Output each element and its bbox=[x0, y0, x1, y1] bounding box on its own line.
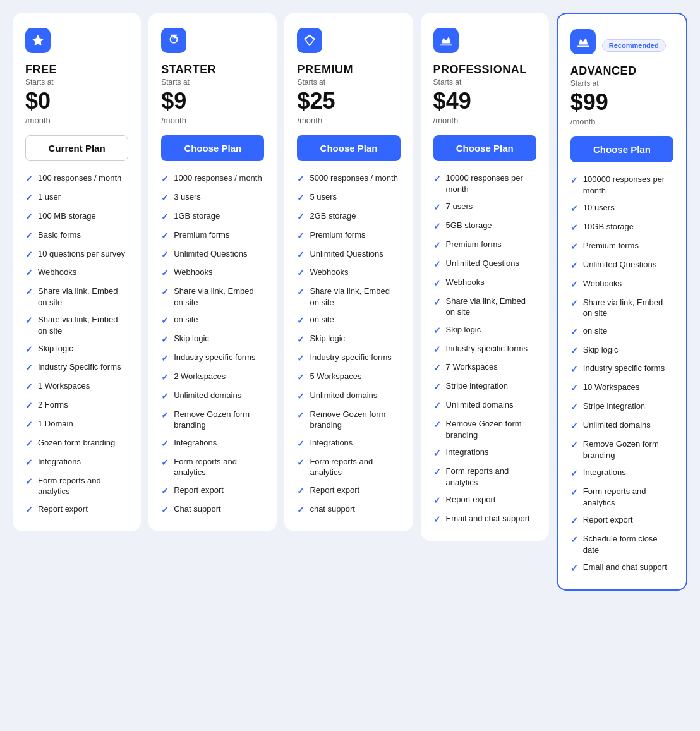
feature-item: ✓Integrations bbox=[570, 467, 673, 480]
feature-text: Industry specific forms bbox=[174, 352, 255, 363]
feature-text: Industry specific forms bbox=[446, 343, 528, 354]
feature-item: ✓Share via link, Embed on site bbox=[433, 296, 536, 318]
feature-text: Premium forms bbox=[446, 239, 502, 250]
feature-item: ✓Webhooks bbox=[433, 277, 536, 289]
feature-text: 1 user bbox=[38, 191, 61, 203]
feature-item: ✓Form reports and analytics bbox=[161, 456, 264, 478]
check-icon: ✓ bbox=[161, 353, 169, 365]
feature-text: Integrations bbox=[38, 456, 81, 468]
check-icon: ✓ bbox=[297, 267, 305, 279]
feature-text: Unlimited Questions bbox=[174, 248, 247, 260]
check-icon: ✓ bbox=[297, 409, 305, 421]
feature-item: ✓Basic forms bbox=[25, 229, 128, 242]
plan-name-advanced: ADVANCED bbox=[570, 64, 673, 78]
feature-item: ✓1 user bbox=[25, 191, 128, 204]
feature-item: ✓10 questions per survey bbox=[25, 248, 128, 261]
feature-item: ✓Share via link, Embed on site bbox=[25, 314, 128, 336]
feature-text: Form reports and analytics bbox=[583, 486, 673, 508]
check-icon: ✓ bbox=[570, 241, 578, 253]
plan-icon-professional bbox=[433, 28, 459, 53]
feature-item: ✓Email and chat support bbox=[570, 562, 673, 574]
feature-item: ✓Email and chat support bbox=[433, 513, 536, 526]
check-icon: ✓ bbox=[570, 298, 578, 310]
feature-item: ✓10GB storage bbox=[570, 221, 673, 234]
feature-item: ✓Chat support bbox=[161, 504, 264, 516]
feature-text: Share via link, Embed on site bbox=[310, 286, 400, 308]
plan-cta-premium[interactable]: Choose Plan bbox=[297, 135, 400, 161]
feature-text: 1000 responses / month bbox=[174, 172, 262, 184]
feature-text: Form reports and analytics bbox=[310, 456, 400, 478]
plan-period-starter: /month bbox=[161, 116, 264, 125]
recommended-badge: Recommended bbox=[602, 39, 666, 52]
feature-item: ✓Share via link, Embed on site bbox=[161, 286, 264, 308]
feature-item: ✓Form reports and analytics bbox=[25, 475, 128, 497]
feature-item: ✓Industry Specific forms bbox=[25, 361, 128, 374]
check-icon: ✓ bbox=[433, 239, 441, 251]
check-icon: ✓ bbox=[570, 203, 578, 215]
feature-item: ✓Unlimited domains bbox=[570, 420, 673, 432]
check-icon: ✓ bbox=[433, 495, 441, 507]
feature-item: ✓10000 responses per month bbox=[433, 172, 536, 195]
check-icon: ✓ bbox=[570, 420, 578, 432]
feature-item: ✓3 users bbox=[161, 191, 264, 204]
feature-text: Unlimited Questions bbox=[446, 258, 519, 269]
plan-price-row-advanced: $99 bbox=[570, 89, 673, 116]
feature-text: Schedule form close date bbox=[583, 533, 673, 555]
feature-item: ✓Unlimited Questions bbox=[161, 248, 264, 261]
check-icon: ✓ bbox=[433, 466, 441, 478]
plan-price-row-professional: $49 bbox=[433, 88, 536, 114]
feature-item: ✓Share via link, Embed on site bbox=[25, 286, 128, 308]
feature-item: ✓Form reports and analytics bbox=[570, 486, 673, 508]
plan-price-row-free: $0 bbox=[25, 88, 128, 114]
feature-item: ✓Unlimited domains bbox=[161, 390, 264, 402]
feature-item: ✓5 Workspaces bbox=[297, 371, 400, 384]
feature-text: on site bbox=[174, 314, 198, 325]
check-icon: ✓ bbox=[297, 334, 305, 346]
feature-item: ✓Share via link, Embed on site bbox=[297, 286, 400, 308]
feature-text: 5 users bbox=[310, 191, 337, 203]
feature-text: Form reports and analytics bbox=[174, 456, 264, 478]
feature-text: Share via link, Embed on site bbox=[174, 286, 264, 308]
plan-period-free: /month bbox=[25, 116, 128, 125]
plan-starts-at-free: Starts at bbox=[25, 78, 128, 87]
feature-text: Unlimited Questions bbox=[310, 248, 383, 260]
check-icon: ✓ bbox=[25, 230, 33, 242]
plan-cta-free[interactable]: Current Plan bbox=[25, 135, 128, 161]
check-icon: ✓ bbox=[161, 211, 169, 223]
check-icon: ✓ bbox=[433, 173, 441, 185]
feature-text: Stripe integration bbox=[583, 401, 645, 412]
plan-name-free: FREE bbox=[25, 63, 128, 76]
feature-item: ✓Unlimited Questions bbox=[297, 248, 400, 261]
plan-starts-at-advanced: Starts at bbox=[570, 79, 673, 88]
feature-item: ✓1000 responses / month bbox=[161, 172, 264, 185]
feature-item: ✓Integrations bbox=[297, 437, 400, 450]
check-icon: ✓ bbox=[433, 419, 441, 431]
plan-cta-professional[interactable]: Choose Plan bbox=[433, 135, 536, 161]
feature-text: Industry specific forms bbox=[583, 363, 665, 374]
feature-item: ✓Unlimited domains bbox=[297, 390, 400, 402]
check-icon: ✓ bbox=[570, 260, 578, 272]
feature-text: Unlimited domains bbox=[583, 420, 651, 431]
check-icon: ✓ bbox=[25, 419, 33, 431]
feature-item: ✓10 users bbox=[570, 202, 673, 215]
feature-item: ✓Integrations bbox=[433, 447, 536, 459]
plan-period-premium: /month bbox=[297, 116, 400, 125]
check-icon: ✓ bbox=[161, 267, 169, 279]
feature-text: Integrations bbox=[310, 437, 353, 449]
plan-cta-advanced[interactable]: Choose Plan bbox=[570, 136, 673, 162]
feature-item: ✓Integrations bbox=[161, 437, 264, 450]
check-icon: ✓ bbox=[25, 286, 33, 298]
check-icon: ✓ bbox=[161, 315, 169, 327]
check-icon: ✓ bbox=[25, 381, 33, 393]
plan-features-premium: ✓5000 responses / month✓5 users✓2GB stor… bbox=[297, 172, 400, 516]
feature-item: ✓Stripe integration bbox=[433, 380, 536, 393]
check-icon: ✓ bbox=[570, 279, 578, 291]
feature-text: Unlimited Questions bbox=[583, 259, 656, 270]
plan-price-free: $0 bbox=[25, 88, 51, 114]
feature-text: 1GB storage bbox=[174, 210, 220, 222]
feature-text: 1 Domain bbox=[38, 418, 73, 430]
feature-item: ✓Share via link, Embed on site bbox=[570, 297, 673, 319]
feature-item: ✓Industry specific forms bbox=[570, 363, 673, 375]
plan-cta-starter[interactable]: Choose Plan bbox=[161, 135, 264, 161]
feature-item: ✓Report export bbox=[433, 494, 536, 507]
